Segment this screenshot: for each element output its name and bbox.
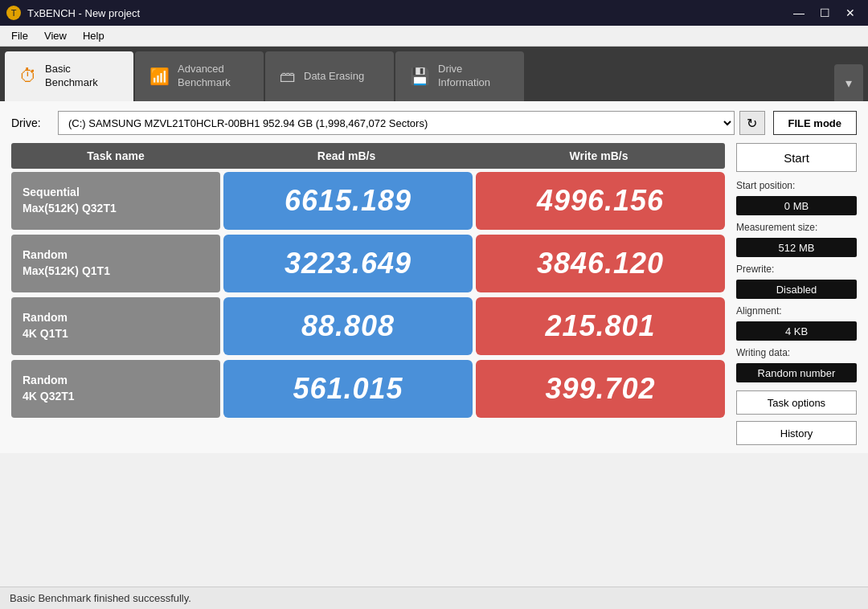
status-text: Basic Benchmark finished successfully. bbox=[10, 592, 191, 604]
basic-benchmark-icon: ⏱ bbox=[19, 66, 37, 87]
close-button[interactable]: ✕ bbox=[839, 4, 862, 22]
data-erasing-icon: 🗃 bbox=[280, 67, 296, 86]
task-name-4: Random4K Q32T1 bbox=[11, 360, 220, 418]
tab-advanced-benchmark[interactable]: 📶 AdvancedBenchmark bbox=[135, 51, 264, 101]
table-header: Task name Read mB/s Write mB/s bbox=[11, 143, 725, 169]
alignment-value: 4 KB bbox=[736, 321, 857, 341]
writing-data-value: Random number bbox=[736, 363, 857, 382]
read-value-1: 6615.189 bbox=[223, 172, 473, 230]
start-position-label: Start position: bbox=[736, 180, 857, 191]
window-title: TxBENCH - New project bbox=[27, 7, 140, 19]
read-value-4: 561.015 bbox=[223, 360, 473, 418]
drive-row: Drive: (C:) SAMSUNG MZVL21T0HCLR-00BH1 9… bbox=[11, 111, 857, 135]
results-area: Task name Read mB/s Write mB/s Sequentia… bbox=[11, 143, 857, 445]
writing-data-label: Writing data: bbox=[736, 347, 857, 358]
title-bar: T TxBENCH - New project — ☐ ✕ bbox=[0, 0, 868, 26]
table-row: Random4K Q32T1 561.015 399.702 bbox=[11, 360, 725, 418]
tab-advanced-label: AdvancedBenchmark bbox=[178, 63, 231, 90]
menu-file[interactable]: File bbox=[3, 27, 36, 44]
header-task: Task name bbox=[11, 143, 220, 169]
drive-label: Drive: bbox=[11, 116, 50, 129]
tab-bar: ⏱ BasicBenchmark 📶 AdvancedBenchmark 🗃 D… bbox=[0, 47, 868, 101]
file-mode-button[interactable]: FILE mode bbox=[773, 111, 857, 135]
measurement-size-label: Measurement size: bbox=[736, 222, 857, 233]
history-button[interactable]: History bbox=[736, 421, 857, 445]
task-name-1: SequentialMax(512K) Q32T1 bbox=[11, 172, 220, 230]
start-position-value: 0 MB bbox=[736, 196, 857, 215]
task-options-button[interactable]: Task options bbox=[736, 390, 857, 415]
advanced-benchmark-icon: 📶 bbox=[149, 67, 170, 86]
write-value-3: 215.801 bbox=[476, 297, 725, 355]
tab-basic-label: BasicBenchmark bbox=[45, 63, 98, 90]
header-write: Write mB/s bbox=[473, 143, 725, 169]
table-row: RandomMax(512K) Q1T1 3223.649 3846.120 bbox=[11, 235, 725, 292]
read-value-3: 88.808 bbox=[223, 297, 473, 355]
tab-data-erasing[interactable]: 🗃 Data Erasing bbox=[265, 51, 394, 101]
menu-view[interactable]: View bbox=[36, 27, 75, 44]
tab-erasing-label: Data Erasing bbox=[304, 70, 364, 84]
drive-information-icon: 💾 bbox=[410, 67, 430, 86]
task-name-3: Random4K Q1T1 bbox=[11, 297, 220, 355]
app-icon: T bbox=[6, 6, 21, 20]
tab-dropdown-button[interactable]: ▾ bbox=[834, 64, 863, 101]
table-row: SequentialMax(512K) Q32T1 6615.189 4996.… bbox=[11, 172, 725, 230]
tab-drive-information[interactable]: 💾 DriveInformation bbox=[395, 51, 524, 101]
maximize-button[interactable]: ☐ bbox=[813, 4, 836, 22]
status-bar: Basic Benchmark finished successfully. bbox=[0, 587, 868, 609]
start-button[interactable]: Start bbox=[736, 143, 857, 172]
prewrite-value: Disabled bbox=[736, 280, 857, 299]
task-name-2: RandomMax(512K) Q1T1 bbox=[11, 235, 220, 292]
drive-select[interactable]: (C:) SAMSUNG MZVL21T0HCLR-00BH1 952.94 G… bbox=[58, 111, 735, 135]
measurement-size-value: 512 MB bbox=[736, 238, 857, 257]
right-panel: Start Start position: 0 MB Measurement s… bbox=[736, 143, 857, 445]
write-value-1: 4996.156 bbox=[476, 172, 725, 230]
menu-help[interactable]: Help bbox=[75, 27, 113, 44]
main-content: Drive: (C:) SAMSUNG MZVL21T0HCLR-00BH1 9… bbox=[0, 101, 868, 453]
menu-bar: File View Help bbox=[0, 26, 868, 47]
window-controls: — ☐ ✕ bbox=[788, 4, 862, 22]
write-value-4: 399.702 bbox=[476, 360, 725, 418]
tab-basic-benchmark[interactable]: ⏱ BasicBenchmark bbox=[5, 51, 133, 101]
minimize-button[interactable]: — bbox=[788, 4, 810, 22]
tab-drive-info-label: DriveInformation bbox=[438, 63, 490, 90]
write-value-2: 3846.120 bbox=[476, 235, 725, 292]
drive-refresh-button[interactable]: ↻ bbox=[739, 111, 765, 135]
table-row: Random4K Q1T1 88.808 215.801 bbox=[11, 297, 725, 355]
prewrite-label: Prewrite: bbox=[736, 264, 857, 275]
header-read: Read mB/s bbox=[220, 143, 473, 169]
drive-selector-wrapper: (C:) SAMSUNG MZVL21T0HCLR-00BH1 952.94 G… bbox=[58, 111, 765, 135]
alignment-label: Alignment: bbox=[736, 305, 857, 317]
results-table: Task name Read mB/s Write mB/s Sequentia… bbox=[11, 143, 725, 445]
read-value-2: 3223.649 bbox=[223, 235, 473, 292]
